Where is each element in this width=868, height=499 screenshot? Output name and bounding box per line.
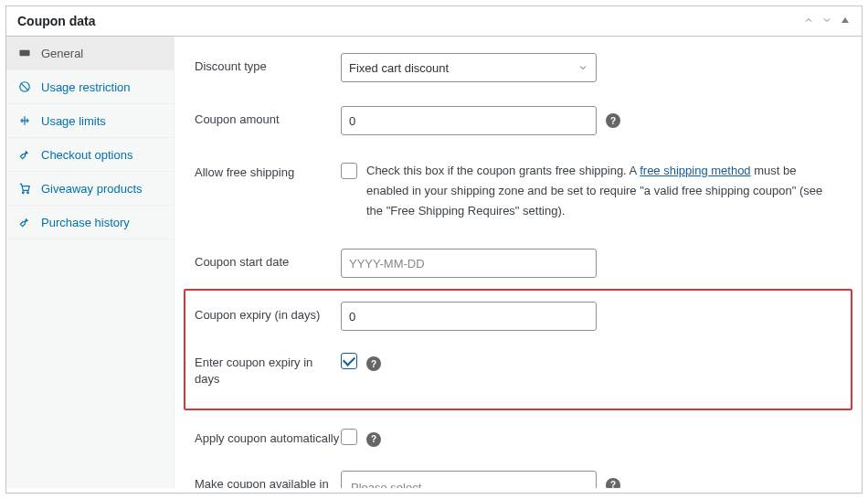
label-discount-type: Discount type [195,53,341,75]
expiry-days-input[interactable] [341,302,597,331]
discount-type-select[interactable]: Fixed cart discount [341,53,597,82]
tab-purchase-history[interactable]: Purchase history [6,206,174,239]
help-icon[interactable]: ? [366,432,381,447]
sidebar-item-label: Purchase history [41,216,130,229]
svg-line-3 [21,83,28,90]
sidebar-item-label: Checkout options [41,148,132,162]
tab-checkout-options[interactable]: Checkout options [6,138,174,172]
row-available-in: Make coupon available in Please select ? [195,469,842,488]
allow-free-shipping-checkbox[interactable] [341,163,357,179]
tab-usage-limits[interactable]: Usage limits [6,104,174,138]
move-up-icon[interactable] [803,15,814,28]
coupon-data-panel: Coupon data General Usage restriction Us… [5,5,863,494]
svg-point-8 [22,192,24,194]
row-allow-free-shipping: Allow free shipping Check this box if th… [195,157,842,223]
sidebar-item-label: Usage restriction [41,80,131,94]
toggle-collapse-icon[interactable] [840,15,851,28]
panel-header: Coupon data [6,6,862,37]
svg-rect-1 [20,50,30,56]
tab-usage-restriction[interactable]: Usage restriction [6,70,174,104]
block-icon [17,80,32,94]
help-icon[interactable]: ? [366,356,381,371]
row-apply-auto: Apply coupon automatically ? [195,423,842,449]
label-expiry-days: Coupon expiry (in days) [195,302,341,324]
sidebar-item-label: Giveaway products [41,182,143,196]
available-in-select[interactable]: Please select [341,471,597,488]
label-start-date: Coupon start date [195,249,341,271]
highlight-box: Coupon expiry (in days) Enter coupon exp… [184,289,852,409]
label-apply-auto: Apply coupon automatically [195,425,341,447]
tab-giveaway-products[interactable]: Giveaway products [6,172,174,206]
wrench-icon [17,147,32,162]
sidebar-item-label: Usage limits [41,114,106,128]
panel-body: General Usage restriction Usage limits C… [6,37,862,488]
row-enter-expiry-days: Enter coupon expiry in days ? [195,347,842,389]
apply-auto-checkbox[interactable] [341,429,357,445]
coupon-tabs-sidebar: General Usage restriction Usage limits C… [6,37,175,488]
move-down-icon[interactable] [821,15,832,28]
panel-title: Coupon data [17,14,96,28]
cart-icon [17,181,32,196]
wrench-icon [17,215,32,229]
sidebar-item-label: General [41,47,83,60]
row-coupon-amount: Coupon amount ? [195,104,842,137]
coupon-amount-input[interactable] [341,106,597,135]
tab-general[interactable]: General [6,37,174,70]
row-expiry-days: Coupon expiry (in days) [195,300,842,333]
row-start-date: Coupon start date [195,247,842,280]
limits-icon [17,113,32,128]
label-available-in: Make coupon available in [195,471,341,488]
enter-expiry-days-checkbox[interactable] [341,353,357,369]
help-icon[interactable]: ? [606,113,620,128]
label-enter-expiry-days: Enter coupon expiry in days [195,349,341,388]
allow-free-shipping-desc: Check this box if the coupon grants free… [366,161,842,221]
label-allow-free-shipping: Allow free shipping [195,159,341,181]
start-date-input[interactable] [341,249,597,278]
row-discount-type: Discount type Fixed cart discount [195,51,842,84]
general-tab-content: Discount type Fixed cart discount Coupon… [175,37,862,488]
panel-controls [803,15,851,28]
free-shipping-link[interactable]: free shipping method [640,164,750,177]
svg-point-9 [27,192,29,194]
ticket-icon [17,46,32,60]
svg-marker-0 [842,17,849,23]
help-icon[interactable]: ? [606,478,620,488]
label-coupon-amount: Coupon amount [195,106,341,128]
